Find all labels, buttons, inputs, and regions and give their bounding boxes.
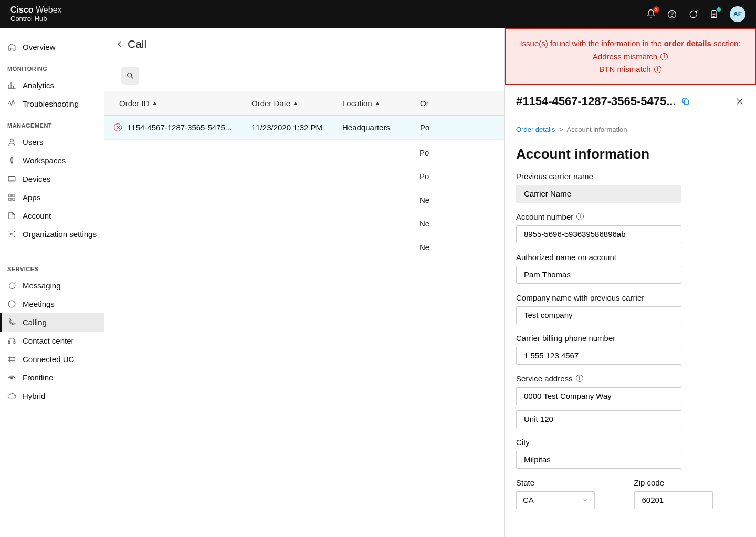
sidebar-item-meetings[interactable]: Meetings — [0, 295, 104, 313]
sidebar-item-account[interactable]: Account — [0, 206, 104, 225]
label-text: Service address — [516, 374, 573, 383]
banner-mismatch: BTN mismatch — [599, 64, 650, 76]
input-account-no[interactable] — [516, 225, 681, 243]
brand: Cisco Webex Control Hub — [10, 5, 62, 23]
sidebar-section-management: MANAGEMENT — [0, 113, 104, 133]
svg-point-1 — [672, 16, 673, 17]
panel-title: #1154-4567-1287-3565-5475... — [516, 95, 676, 108]
select-value: CA — [523, 495, 534, 504]
header-right: 3 AF — [646, 6, 746, 22]
sidebar-item-label: Workspaces — [23, 156, 66, 165]
app-header: Cisco Webex Control Hub 3 AF — [0, 0, 756, 28]
details-panel: Issue(s) found with the information in t… — [504, 28, 756, 537]
help-icon[interactable] — [667, 9, 677, 19]
sidebar-item-label: Devices — [23, 174, 50, 183]
sidebar-item-label: Messaging — [23, 281, 61, 290]
sidebar-item-label: Apps — [23, 193, 40, 202]
info-icon[interactable]: i — [654, 66, 662, 73]
panel-body: Account information Previous carrier nam… — [505, 133, 756, 538]
search-button[interactable] — [121, 67, 139, 85]
sidebar-item-workspaces[interactable]: Workspaces — [0, 151, 104, 170]
sidebar-item-label: Organization settings — [23, 230, 97, 239]
sidebar-item-devices[interactable]: Devices — [0, 170, 104, 188]
th-label: Location — [342, 99, 372, 108]
th-order-date[interactable]: Order Date — [242, 91, 333, 115]
sidebar-item-label: Users — [23, 138, 43, 147]
sidebar-item-apps[interactable]: Apps — [0, 188, 104, 206]
info-icon[interactable]: i — [576, 375, 583, 382]
page-title-wrap[interactable]: Call — [115, 38, 146, 50]
label-billing-phone: Carrier billing phone number — [516, 334, 744, 343]
svg-point-3 — [10, 139, 14, 142]
info-icon[interactable]: i — [660, 53, 668, 60]
th-order-id[interactable]: Order ID — [104, 91, 242, 115]
label-city: City — [516, 438, 744, 447]
sidebar-item-label: Calling — [23, 318, 47, 327]
banner-mismatch: Address mismatch — [593, 51, 657, 63]
svg-rect-8 — [13, 198, 15, 200]
th-label: Or — [420, 99, 429, 108]
sidebar-item-connected-uc[interactable]: Connected UC — [0, 350, 104, 368]
sidebar-item-messaging[interactable]: Messaging — [0, 276, 104, 295]
sidebar-item-label: Account — [23, 211, 51, 220]
breadcrumb-current: Account information — [567, 126, 627, 133]
sidebar-item-org-settings[interactable]: Organization settings — [0, 225, 104, 243]
svg-rect-12 — [14, 341, 15, 343]
input-company[interactable] — [516, 306, 681, 324]
label-prev-carrier: Previous carrier name — [516, 172, 744, 181]
copy-icon[interactable] — [681, 97, 690, 106]
input-prev-carrier — [516, 185, 681, 203]
sidebar-item-users[interactable]: Users — [0, 133, 104, 151]
input-billing-phone[interactable] — [516, 347, 681, 365]
svg-rect-4 — [8, 177, 15, 181]
sidebar-section-services: SERVICES — [0, 256, 104, 276]
input-city[interactable] — [516, 451, 681, 469]
input-addr2[interactable] — [516, 410, 681, 428]
breadcrumb-sep: > — [559, 126, 563, 133]
panel-header: #1154-4567-1287-3565-5475... — [505, 85, 756, 118]
svg-rect-5 — [9, 194, 11, 197]
error-icon: ✕ — [114, 123, 122, 131]
avatar[interactable]: AF — [730, 6, 746, 22]
label-account-no: Account numberi — [516, 212, 744, 221]
svg-point-13 — [128, 73, 132, 77]
main: Call Numbers Lo Order ID Order Date Loca… — [104, 28, 756, 537]
breadcrumb-link[interactable]: Order details — [516, 126, 555, 133]
sidebar-item-troubleshooting[interactable]: Troubleshooting — [0, 95, 104, 113]
clipboard-icon[interactable] — [709, 9, 719, 19]
sort-asc-icon — [153, 102, 157, 105]
select-state[interactable]: CA — [516, 491, 595, 509]
sidebar-item-label: Hybrid — [23, 391, 45, 400]
input-auth-name[interactable] — [516, 266, 681, 284]
th-location[interactable]: Location — [333, 91, 411, 115]
sidebar-divider — [0, 250, 104, 250]
label-service-addr: Service addressi — [516, 374, 744, 383]
th-label: Order ID — [119, 99, 150, 108]
sidebar: Overview MONITORING Analytics Troublesho… — [0, 28, 104, 537]
banner-text: Issue(s) found with the information in t… — [520, 39, 664, 48]
page-title: Call — [128, 38, 146, 50]
svg-rect-7 — [9, 198, 11, 200]
sidebar-item-label: Meetings — [23, 300, 55, 308]
cell-order-id: 1154-4567-1287-3565-5475... — [127, 123, 232, 132]
close-icon[interactable] — [735, 97, 744, 106]
sidebar-item-calling[interactable]: Calling — [0, 313, 104, 332]
banner-text: section: — [711, 39, 741, 48]
sort-asc-icon — [375, 102, 380, 105]
sidebar-item-contact-center[interactable]: Contact center — [0, 332, 104, 350]
svg-rect-14 — [684, 100, 688, 104]
input-zip[interactable] — [634, 491, 713, 509]
chat-icon[interactable] — [688, 9, 698, 19]
bell-icon[interactable]: 3 — [646, 9, 656, 19]
chevron-down-icon — [582, 497, 588, 503]
sidebar-item-frontline[interactable]: Frontline — [0, 368, 104, 387]
sidebar-item-analytics[interactable]: Analytics — [0, 76, 104, 95]
info-icon[interactable]: i — [576, 213, 584, 220]
input-addr1[interactable] — [516, 387, 681, 405]
sidebar-item-overview[interactable]: Overview — [0, 38, 104, 56]
search-icon — [126, 71, 134, 80]
svg-point-9 — [10, 233, 13, 235]
sidebar-item-label: Frontline — [23, 373, 53, 382]
panel-heading: Account information — [516, 146, 744, 162]
sidebar-item-hybrid[interactable]: Hybrid — [0, 387, 104, 405]
